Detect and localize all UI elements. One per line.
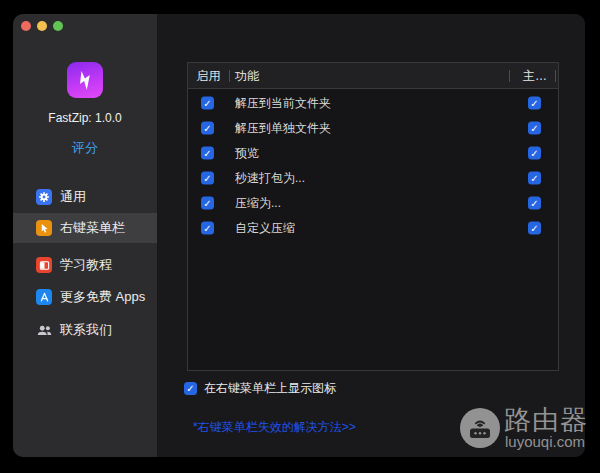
enable-checkbox[interactable]: ✓ [201, 96, 214, 109]
app-window: FastZip: 1.0.0 评分 通用 [13, 14, 585, 457]
sidebar-item-label: 更多免费 Apps [60, 288, 145, 306]
people-icon [36, 322, 52, 338]
show-icon-checkbox[interactable]: ✓ [184, 382, 197, 395]
check-icon: ✓ [203, 122, 211, 133]
sidebar: FastZip: 1.0.0 评分 通用 [13, 14, 157, 457]
minimize-window-button[interactable] [37, 21, 47, 31]
main-menu-checkbox[interactable]: ✓ [528, 221, 541, 234]
column-header-main: 主… [516, 63, 554, 89]
watermark-domain: luyouqi.com [505, 433, 585, 450]
main-panel: 启用 功能 主… ✓ 解压到当前文件夹 ✓ ✓ 解压到单独文件夹 ✓ [157, 14, 585, 457]
rate-app-link[interactable]: 评分 [13, 139, 157, 157]
table-row: ✓ 解压到当前文件夹 ✓ [188, 90, 558, 115]
table-row: ✓ 预览 ✓ [188, 140, 558, 165]
enable-checkbox[interactable]: ✓ [201, 221, 214, 234]
zoom-window-button[interactable] [53, 21, 63, 31]
sidebar-item-label: 右键菜单栏 [60, 219, 125, 237]
close-window-button[interactable] [21, 21, 31, 31]
sidebar-item-tutorial[interactable]: 学习教程 [13, 250, 157, 280]
enable-checkbox[interactable]: ✓ [201, 171, 214, 184]
check-icon: ✓ [530, 172, 538, 183]
main-menu-checkbox[interactable]: ✓ [528, 146, 541, 159]
column-divider [555, 70, 556, 82]
sidebar-item-label: 学习教程 [60, 256, 112, 274]
feature-label: 压缩为... [235, 194, 281, 211]
main-menu-checkbox[interactable]: ✓ [528, 171, 541, 184]
enable-checkbox[interactable]: ✓ [201, 196, 214, 209]
column-header-enable: 启用 [188, 63, 229, 89]
sidebar-item-label: 联系我们 [60, 321, 112, 339]
table-row: ✓ 秒速打包为... ✓ [188, 165, 558, 190]
book-icon [36, 257, 52, 273]
table-rows: ✓ 解压到当前文件夹 ✓ ✓ 解压到单独文件夹 ✓ ✓ 预览 ✓ ✓ 秒速打包为… [188, 90, 558, 240]
check-icon: ✓ [203, 97, 211, 108]
feature-label: 预览 [235, 144, 259, 161]
lightning-bolt-icon [74, 69, 96, 91]
check-icon: ✓ [186, 383, 194, 394]
table-header: 启用 功能 主… [188, 63, 558, 89]
feature-label: 自定义压缩 [235, 219, 295, 236]
gear-icon [36, 189, 52, 205]
feature-label: 解压到单独文件夹 [235, 119, 331, 136]
column-header-feature: 功能 [235, 63, 259, 89]
show-icon-checkbox-row: ✓ 在右键菜单栏上显示图标 [184, 381, 336, 395]
main-menu-checkbox[interactable]: ✓ [528, 196, 541, 209]
watermark: 路由器 luyouqi.com [455, 402, 600, 457]
check-icon: ✓ [530, 97, 538, 108]
sidebar-item-label: 通用 [60, 188, 86, 206]
column-divider [509, 70, 510, 82]
check-icon: ✓ [530, 122, 538, 133]
check-icon: ✓ [203, 147, 211, 158]
column-divider [229, 70, 230, 82]
main-menu-checkbox[interactable]: ✓ [528, 96, 541, 109]
fastzip-app-icon [67, 62, 103, 98]
check-icon: ✓ [530, 222, 538, 233]
enable-checkbox[interactable]: ✓ [201, 121, 214, 134]
sidebar-item-general[interactable]: 通用 [13, 182, 157, 212]
router-icon [460, 408, 500, 448]
context-menu-feature-table: 启用 功能 主… ✓ 解压到当前文件夹 ✓ ✓ 解压到单独文件夹 ✓ [187, 62, 559, 371]
app-name-version: FastZip: 1.0.0 [13, 111, 157, 125]
cursor-icon [36, 220, 52, 236]
sidebar-item-context-menu[interactable]: 右键菜单栏 [13, 213, 157, 243]
sidebar-item-more-apps[interactable]: 更多免费 Apps [13, 282, 157, 312]
enable-checkbox[interactable]: ✓ [201, 146, 214, 159]
feature-label: 解压到当前文件夹 [235, 94, 331, 111]
check-icon: ✓ [203, 197, 211, 208]
feature-label: 秒速打包为... [235, 169, 305, 186]
appstore-icon [36, 289, 52, 305]
show-icon-label: 在右键菜单栏上显示图标 [204, 380, 336, 397]
check-icon: ✓ [203, 172, 211, 183]
check-icon: ✓ [203, 222, 211, 233]
check-icon: ✓ [530, 197, 538, 208]
main-menu-checkbox[interactable]: ✓ [528, 121, 541, 134]
check-icon: ✓ [530, 147, 538, 158]
table-row: ✓ 自定义压缩 ✓ [188, 215, 558, 240]
sidebar-item-contact[interactable]: 联系我们 [13, 315, 157, 345]
table-row: ✓ 解压到单独文件夹 ✓ [188, 115, 558, 140]
context-menu-fix-link[interactable]: *右键菜单栏失效的解决方法>> [193, 419, 356, 436]
table-row: ✓ 压缩为... ✓ [188, 190, 558, 215]
